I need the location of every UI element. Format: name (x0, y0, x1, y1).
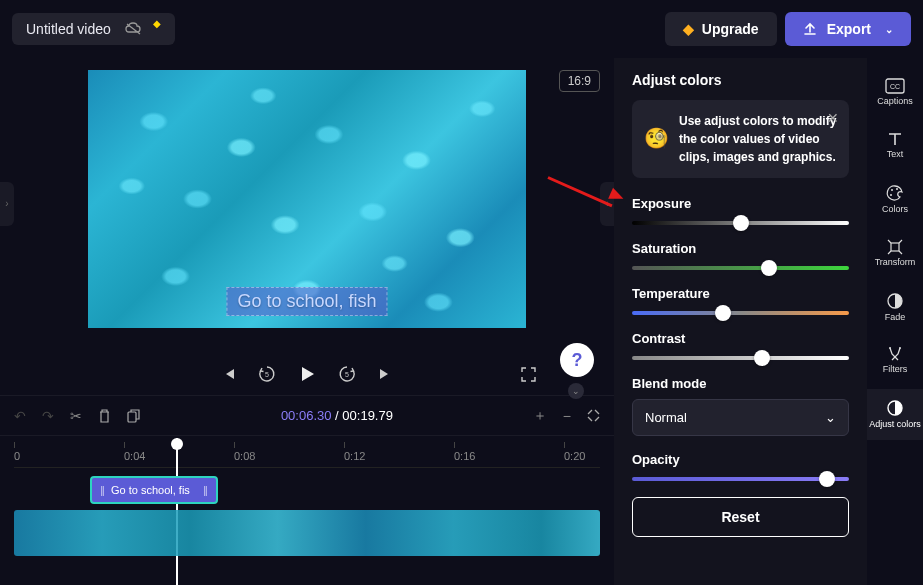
chevron-down-icon: ⌄ (825, 410, 836, 425)
video-preview[interactable]: Go to school, fish (88, 70, 526, 328)
panel-title: Adjust colors (632, 72, 849, 88)
slider-thumb[interactable] (733, 215, 749, 231)
time-display: 00:06.30 / 00:19.79 (157, 408, 517, 423)
tick: 0:20 (564, 450, 585, 462)
transform-icon (887, 239, 903, 255)
project-title: Untitled video (26, 21, 111, 37)
video-clip[interactable] (14, 510, 600, 556)
blend-mode-select[interactable]: Normal ⌄ (632, 399, 849, 436)
upload-icon (803, 22, 817, 36)
add-icon[interactable]: ＋ (533, 407, 547, 425)
collapse-chevron-icon[interactable]: ⌄ (568, 383, 584, 399)
temperature-track[interactable] (632, 311, 849, 315)
undo-icon[interactable]: ↶ (14, 408, 26, 424)
svg-rect-8 (891, 243, 899, 251)
tick: 0:04 (124, 450, 145, 462)
nav-label: Text (887, 150, 904, 160)
caption-overlay[interactable]: Go to school, fish (226, 287, 387, 316)
saturation-label: Saturation (632, 241, 849, 256)
info-emoji-icon: 🧐 (644, 126, 669, 166)
nav-captions[interactable]: CC Captions (867, 68, 923, 117)
forward-5-icon[interactable]: 5 (338, 365, 356, 383)
slider-thumb[interactable] (761, 260, 777, 276)
timeline-ruler[interactable]: 0 0:04 0:08 0:12 0:16 0:20 (14, 444, 600, 468)
svg-text:5: 5 (345, 371, 349, 378)
delete-icon[interactable] (98, 409, 111, 423)
nav-label: Fade (885, 313, 906, 323)
cloud-off-icon[interactable] (125, 22, 143, 36)
saturation-slider: Saturation (632, 241, 849, 270)
skip-back-icon[interactable] (222, 367, 236, 381)
saturation-track[interactable] (632, 266, 849, 270)
caption-clip[interactable]: ‖ Go to school, fis ‖ (90, 476, 218, 504)
contrast-track[interactable] (632, 356, 849, 360)
preview-area: › Go to school, fish 16:9 ‹ (0, 58, 614, 349)
export-button[interactable]: Export ⌄ (785, 12, 911, 46)
nav-label: Filters (883, 365, 908, 375)
opacity-track[interactable] (632, 477, 849, 481)
palette-icon (886, 184, 904, 202)
timeline-toolbar: ↶ ↷ ✂ 00:06.30 / 00:19.79 ＋ − (0, 395, 614, 435)
nav-fade[interactable]: Fade (867, 282, 923, 333)
svg-point-6 (896, 188, 898, 190)
slider-thumb[interactable] (754, 350, 770, 366)
svg-rect-2 (128, 412, 136, 422)
adjust-colors-panel: Adjust colors 🧐 Use adjust colors to mod… (614, 58, 867, 585)
nav-label: Transform (875, 258, 916, 268)
aspect-ratio-badge[interactable]: 16:9 (559, 70, 600, 92)
rewind-5-icon[interactable]: 5 (258, 365, 276, 383)
svg-point-7 (890, 194, 892, 196)
close-icon[interactable]: ✕ (827, 110, 839, 126)
side-nav: CC Captions Text Colors Transform Fade F… (867, 58, 923, 585)
filters-icon (887, 346, 903, 362)
tick: 0:16 (454, 450, 475, 462)
nav-adjust-colors[interactable]: Adjust colors (867, 389, 923, 440)
fit-icon[interactable] (587, 409, 600, 422)
zoom-out-icon[interactable]: − (563, 408, 571, 424)
nav-transform[interactable]: Transform (867, 229, 923, 278)
total-time: 00:19.79 (342, 408, 393, 423)
reset-button[interactable]: Reset (632, 497, 849, 537)
expand-left-button[interactable]: › (0, 182, 14, 226)
caption-text: Go to school, fish (237, 291, 376, 311)
tick: 0:12 (344, 450, 365, 462)
slider-thumb[interactable] (715, 305, 731, 321)
nav-colors[interactable]: Colors (867, 174, 923, 225)
adjust-colors-icon (886, 399, 904, 417)
current-time: 00:06.30 (281, 408, 332, 423)
svg-text:5: 5 (265, 371, 269, 378)
svg-text:CC: CC (890, 83, 900, 90)
exposure-track[interactable] (632, 221, 849, 225)
upgrade-label: Upgrade (702, 21, 759, 37)
upgrade-button[interactable]: ◆ Upgrade (665, 12, 777, 46)
help-button[interactable]: ? (560, 343, 594, 377)
play-icon[interactable] (298, 365, 316, 383)
info-text: Use adjust colors to modify the color va… (679, 112, 837, 166)
expand-right-button[interactable]: ‹ (600, 182, 614, 226)
nav-text[interactable]: Text (867, 121, 923, 170)
project-title-box[interactable]: Untitled video ◆ (12, 13, 175, 45)
slider-thumb[interactable] (819, 471, 835, 487)
fade-icon (886, 292, 904, 310)
timeline[interactable]: 0 0:04 0:08 0:12 0:16 0:20 ‖ Go to schoo… (0, 435, 614, 585)
opacity-label: Opacity (632, 452, 849, 467)
cut-icon[interactable]: ✂ (70, 408, 82, 424)
fullscreen-icon[interactable] (521, 367, 536, 382)
temperature-slider: Temperature (632, 286, 849, 315)
svg-point-5 (891, 189, 893, 191)
diamond-icon: ◆ (683, 21, 694, 37)
nav-filters[interactable]: Filters (867, 336, 923, 385)
drag-handle-icon[interactable]: ‖ (100, 485, 105, 496)
export-label: Export (827, 21, 871, 37)
skip-forward-icon[interactable] (378, 367, 392, 381)
drag-handle-icon[interactable]: ‖ (203, 485, 208, 496)
redo-icon[interactable]: ↷ (42, 408, 54, 424)
text-icon (887, 131, 903, 147)
captions-icon: CC (885, 78, 905, 94)
contrast-slider: Contrast (632, 331, 849, 360)
top-bar: Untitled video ◆ ◆ Upgrade Export ⌄ (0, 0, 923, 58)
duplicate-icon[interactable] (127, 409, 141, 423)
editor-column: › Go to school, fish 16:9 ‹ 5 5 (0, 58, 614, 585)
main-area: › Go to school, fish 16:9 ‹ 5 5 (0, 58, 923, 585)
diamond-small-icon: ◆ (153, 18, 161, 29)
